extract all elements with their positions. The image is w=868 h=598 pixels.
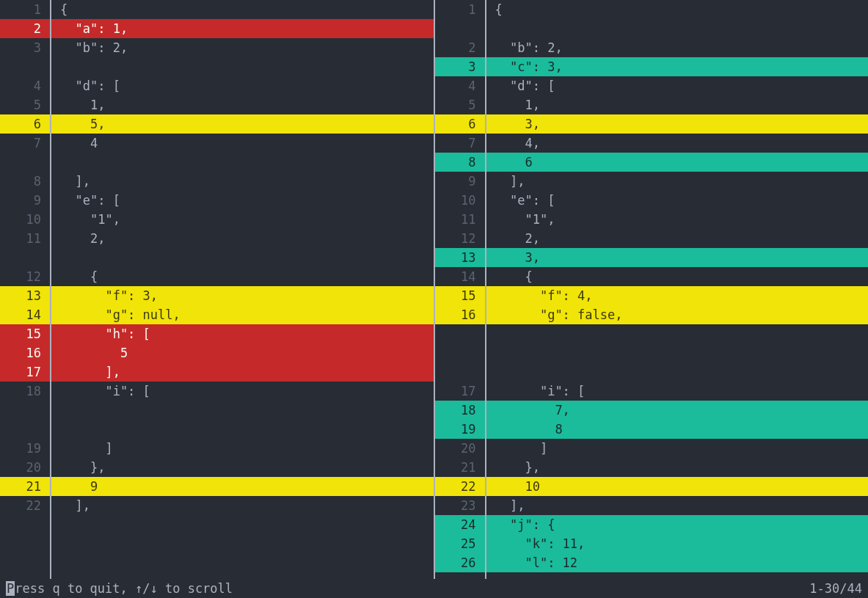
line-number: 11 xyxy=(0,229,50,248)
line-number: 4 xyxy=(435,76,485,95)
code-text: { xyxy=(50,267,434,286)
left-row xyxy=(0,420,434,439)
line-number: 4 xyxy=(0,76,50,95)
right-row: 22 10 xyxy=(435,477,869,496)
line-number: 1 xyxy=(435,0,485,19)
line-number: 17 xyxy=(0,362,50,382)
code-text: "a": 1, xyxy=(50,19,434,38)
left-row: 15 "h": [ xyxy=(0,324,434,343)
line-number: 24 xyxy=(435,515,485,534)
line-number: 19 xyxy=(0,439,50,458)
line-number: 15 xyxy=(435,286,485,305)
right-row: 1{ xyxy=(435,0,869,19)
line-number: 12 xyxy=(0,267,50,286)
left-row: 20 }, xyxy=(0,458,434,477)
right-row: 23 ], xyxy=(435,496,869,515)
cursor-highlight: P xyxy=(6,581,15,596)
left-row: 12 { xyxy=(0,267,434,286)
status-bar: Press q to quit, ↑/↓ to scroll 1-30/44 xyxy=(0,579,868,598)
right-row: 18 7, xyxy=(435,401,869,420)
code-text: "i": [ xyxy=(50,382,434,401)
code-text xyxy=(50,420,434,439)
code-text: "1", xyxy=(485,210,869,229)
right-gutter-separator xyxy=(485,0,486,579)
line-number: 2 xyxy=(0,19,50,38)
right-pane[interactable]: 1{2 "b": 2,3 "c": 3,4 "d": [5 1,6 3,7 4,… xyxy=(435,0,869,579)
line-number: 13 xyxy=(0,286,50,305)
code-text: "e": [ xyxy=(485,191,869,210)
right-row: 14 { xyxy=(435,267,869,286)
right-row: 10 "e": [ xyxy=(435,191,869,210)
code-text: "l": 12 xyxy=(485,553,869,572)
code-text: "i": [ xyxy=(485,382,869,401)
right-row: 7 4, xyxy=(435,134,869,153)
left-row: 14 "g": null, xyxy=(0,305,434,324)
left-row: 4 "d": [ xyxy=(0,76,434,95)
line-number: 6 xyxy=(435,114,485,134)
code-text: "g": null, xyxy=(50,305,434,324)
line-number: 9 xyxy=(0,191,50,210)
left-row xyxy=(0,553,434,572)
left-row: 18 "i": [ xyxy=(0,382,434,401)
code-text: 9 xyxy=(50,477,434,496)
line-number: 1 xyxy=(0,0,50,19)
right-row: 11 "1", xyxy=(435,210,869,229)
line-number: 26 xyxy=(435,553,485,572)
code-text: }, xyxy=(485,458,869,477)
line-number: 18 xyxy=(435,401,485,420)
line-number: 8 xyxy=(0,172,50,191)
left-row: 11 2, xyxy=(0,229,434,248)
left-row: 10 "1", xyxy=(0,210,434,229)
left-row xyxy=(0,534,434,553)
code-text: { xyxy=(485,0,869,19)
right-row xyxy=(435,343,869,362)
right-row: 3 "c": 3, xyxy=(435,57,869,76)
line-number: 13 xyxy=(435,248,485,267)
code-text: 6 xyxy=(485,153,869,172)
left-row: 8 ], xyxy=(0,172,434,191)
line-number: 23 xyxy=(435,496,485,515)
right-row: 6 3, xyxy=(435,114,869,134)
code-text: 5 xyxy=(50,343,434,362)
left-row: 19 ] xyxy=(0,439,434,458)
line-number: 2 xyxy=(435,38,485,57)
line-number: 9 xyxy=(435,172,485,191)
line-number xyxy=(0,534,50,553)
right-row: 20 ] xyxy=(435,439,869,458)
code-text: 4 xyxy=(50,134,434,153)
right-row: 12 2, xyxy=(435,229,869,248)
line-number xyxy=(435,19,485,38)
line-number xyxy=(435,324,485,343)
left-row: 17 ], xyxy=(0,362,434,382)
code-text: ] xyxy=(50,439,434,458)
line-number: 7 xyxy=(435,134,485,153)
left-row xyxy=(0,515,434,534)
left-pane[interactable]: 1{2 "a": 1,3 "b": 2,4 "d": [5 1,6 5,7 48… xyxy=(0,0,434,579)
right-row: 16 "g": false, xyxy=(435,305,869,324)
line-number xyxy=(435,362,485,382)
code-text xyxy=(50,248,434,267)
code-text: ] xyxy=(485,439,869,458)
line-number: 7 xyxy=(0,134,50,153)
left-row: 2 "a": 1, xyxy=(0,19,434,38)
line-number xyxy=(0,57,50,76)
code-text: ], xyxy=(50,362,434,382)
left-row: 22 ], xyxy=(0,496,434,515)
code-text: 5, xyxy=(50,114,434,134)
line-number: 6 xyxy=(0,114,50,134)
code-text: "e": [ xyxy=(50,191,434,210)
line-number: 5 xyxy=(435,95,485,114)
code-text: 10 xyxy=(485,477,869,496)
diff-container[interactable]: 1{2 "a": 1,3 "b": 2,4 "d": [5 1,6 5,7 48… xyxy=(0,0,868,579)
status-help-text: Press q to quit, ↑/↓ to scroll xyxy=(6,579,233,598)
code-text: 7, xyxy=(485,401,869,420)
line-number: 14 xyxy=(435,267,485,286)
code-text: "c": 3, xyxy=(485,57,869,76)
left-row: 9 "e": [ xyxy=(0,191,434,210)
left-row xyxy=(0,248,434,267)
code-text: 8 xyxy=(485,420,869,439)
code-text xyxy=(50,515,434,534)
left-row xyxy=(0,153,434,172)
line-number: 11 xyxy=(435,210,485,229)
line-number: 25 xyxy=(435,534,485,553)
